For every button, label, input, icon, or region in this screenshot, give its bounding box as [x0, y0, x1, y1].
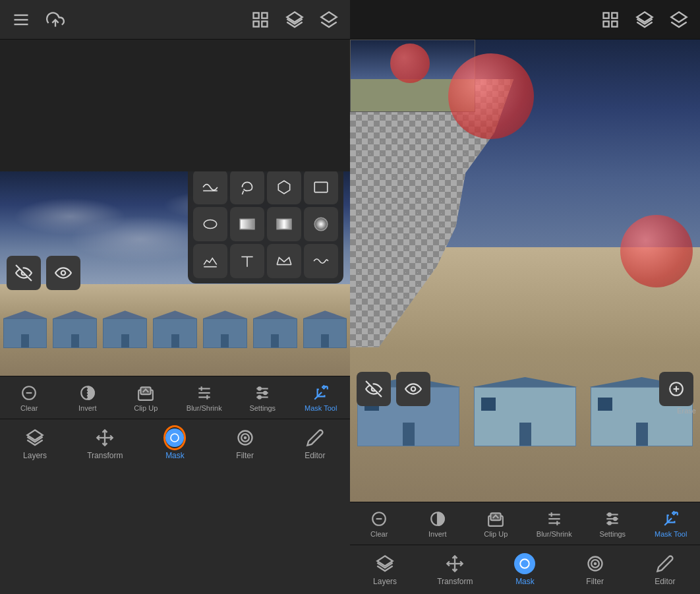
- left-bottom-nav: Layers Transform Ma: [0, 419, 350, 468]
- right-nav-transform-icon: [444, 553, 465, 574]
- right-mask-tool-label: Mask Tool: [655, 530, 687, 538]
- hut-6: [250, 311, 300, 348]
- clear-icon: [20, 384, 38, 402]
- linear-grad-tool[interactable]: [230, 207, 264, 241]
- upload-icon[interactable]: [45, 9, 66, 30]
- right-nav-transform-label: Transform: [437, 577, 473, 586]
- layers2-icon-top[interactable]: [318, 9, 339, 30]
- svg-rect-53: [612, 13, 617, 18]
- hut-4: [150, 311, 200, 348]
- list-icon[interactable]: [11, 9, 32, 30]
- nav-mask-icon: [164, 427, 185, 448]
- right-nav-editor[interactable]: Editor: [639, 553, 691, 586]
- right-clip-up-label: Clip Up: [484, 530, 508, 538]
- svg-point-51: [244, 437, 245, 438]
- eye-closed-btn[interactable]: [7, 256, 41, 290]
- hut-1: [0, 311, 50, 348]
- left-canvas-area[interactable]: [0, 171, 350, 376]
- rect-tool[interactable]: [304, 171, 338, 204]
- left-panel: Clear Invert Clip Up: [0, 0, 350, 594]
- mask-tool-toolbar-item[interactable]: Mask Tool: [301, 384, 341, 412]
- layers-icon-top[interactable]: [284, 9, 305, 30]
- svg-marker-9: [321, 12, 336, 22]
- mask-tool-label: Mask Tool: [305, 404, 337, 412]
- wave-tool[interactable]: [304, 244, 338, 278]
- nav-mask-label: Mask: [165, 451, 185, 460]
- nav-filter[interactable]: Filter: [219, 427, 272, 460]
- right-clip-up-item[interactable]: Clip Up: [476, 510, 515, 538]
- svg-rect-18: [240, 219, 254, 229]
- hut-2: [50, 311, 100, 348]
- oval-tool[interactable]: [193, 207, 227, 241]
- crown-tool[interactable]: [267, 244, 301, 278]
- right-settings-item[interactable]: Settings: [593, 510, 632, 538]
- linear-grad2-tool[interactable]: [267, 207, 301, 241]
- invert-label: Invert: [78, 404, 97, 412]
- blur-shrink-label: Blur/Shrink: [187, 404, 222, 412]
- settings-icon: [253, 384, 272, 402]
- svg-rect-16: [314, 182, 328, 192]
- right-layers2-icon[interactable]: [668, 9, 689, 30]
- right-nav-layers[interactable]: Layers: [359, 553, 411, 586]
- bottom-eye-controls: [7, 256, 80, 290]
- hut-7: [300, 311, 350, 348]
- settings-toolbar-item[interactable]: Settings: [243, 384, 282, 412]
- nav-mask[interactable]: Mask: [148, 427, 201, 460]
- nav-layers[interactable]: Layers: [9, 427, 61, 460]
- ground-left: [0, 284, 350, 376]
- clip-up-icon: [136, 384, 155, 402]
- right-eye-closed-btn[interactable]: [357, 372, 391, 406]
- right-nav-mask[interactable]: Mask: [498, 553, 551, 586]
- right-clip-up-icon: [486, 510, 505, 528]
- right-nav-mask-label: Mask: [515, 577, 535, 586]
- right-nav-layers-label: Layers: [373, 577, 397, 586]
- clear-toolbar-item[interactable]: Clear: [9, 384, 49, 412]
- right-mask-tool-item[interactable]: Mask Tool: [651, 510, 691, 538]
- radial-grad-tool[interactable]: [304, 207, 338, 241]
- right-bottom-toolbar: Clear Invert Clip Up: [350, 502, 700, 545]
- right-settings-icon: [603, 510, 622, 528]
- svg-point-87: [594, 563, 595, 564]
- mask-ring: [163, 425, 186, 450]
- right-canvas-area[interactable]: Erase: [350, 40, 700, 502]
- hut-3: [100, 311, 150, 348]
- right-eye-open-btn[interactable]: [396, 372, 430, 406]
- right-clear-item[interactable]: Clear: [359, 510, 399, 538]
- red-circle-top: [448, 53, 534, 139]
- gradient-tool[interactable]: [193, 171, 227, 204]
- mask-tool-icon: [312, 384, 330, 402]
- blur-shrink-toolbar-item[interactable]: Blur/Shrink: [185, 384, 224, 412]
- lasso-tool[interactable]: [230, 171, 264, 204]
- grid-icon[interactable]: [250, 9, 271, 30]
- right-nav-editor-label: Editor: [655, 577, 675, 586]
- polygon-tool[interactable]: [267, 171, 301, 204]
- text-tool[interactable]: [230, 244, 264, 278]
- right-nav-transform[interactable]: Transform: [428, 553, 481, 586]
- right-layers-icon[interactable]: [634, 9, 655, 30]
- red-circle-bottom: [620, 215, 693, 287]
- right-add-btn[interactable]: [659, 372, 693, 406]
- nav-transform[interactable]: Transform: [78, 427, 131, 460]
- right-grid-icon[interactable]: [600, 9, 621, 30]
- right-nav-filter[interactable]: Filter: [569, 553, 622, 586]
- right-panel: Erase Clear Invert: [350, 0, 700, 594]
- clip-up-toolbar-item[interactable]: Clip Up: [126, 384, 165, 412]
- right-blur-shrink-label: Blur/Shrink: [537, 530, 572, 538]
- svg-marker-57: [671, 12, 686, 22]
- settings-label: Settings: [249, 404, 276, 412]
- blur-shrink-icon: [195, 384, 214, 402]
- right-invert-item[interactable]: Invert: [418, 510, 457, 538]
- svg-rect-19: [277, 219, 291, 229]
- svg-rect-5: [262, 13, 267, 18]
- svg-rect-54: [604, 21, 609, 26]
- right-nav-filter-label: Filter: [586, 577, 604, 586]
- invert-toolbar-item[interactable]: Invert: [68, 384, 107, 412]
- nav-editor[interactable]: Editor: [289, 427, 341, 460]
- right-settings-label: Settings: [599, 530, 626, 538]
- eye-open-btn[interactable]: [46, 256, 80, 290]
- right-clear-icon: [370, 510, 388, 528]
- left-canvas-dark: [0, 40, 350, 171]
- right-blur-shrink-item[interactable]: Blur/Shrink: [535, 510, 574, 538]
- landscape-tool[interactable]: [193, 244, 227, 278]
- right-nav-mask-icon: [514, 553, 535, 574]
